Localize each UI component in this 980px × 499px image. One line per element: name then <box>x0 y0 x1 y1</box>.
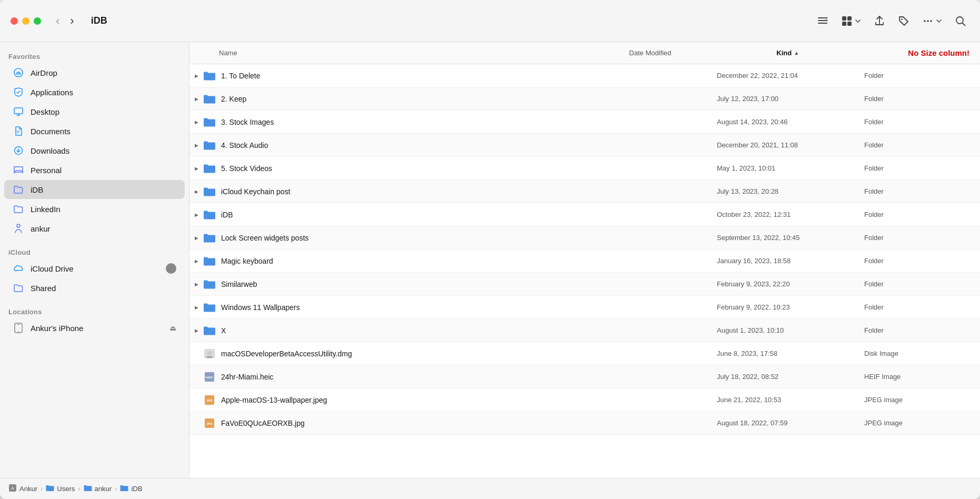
file-date: December 22, 2022, 21:04 <box>717 72 864 79</box>
expand-arrow-icon[interactable]: ► <box>189 258 202 264</box>
expand-arrow-icon[interactable]: ► <box>189 119 202 125</box>
list-view-button[interactable] <box>814 12 832 30</box>
tag-button[interactable] <box>895 12 913 30</box>
table-row[interactable]: ►SimilarwebFebruary 9, 2023, 22:20Folder <box>189 273 980 296</box>
folder-blue-icon <box>46 484 54 493</box>
sidebar-item-idb[interactable]: iDB <box>4 180 185 199</box>
list-icon <box>817 15 828 27</box>
svg-rect-25 <box>207 351 212 355</box>
person-icon: A <box>8 484 17 494</box>
table-row[interactable]: ►Windows 11 WallpapersFebruary 9, 2022, … <box>189 296 980 319</box>
table-row[interactable]: ►4. Stock AudioDecember 20, 2021, 11:08F… <box>189 134 980 157</box>
titlebar: ‹ › iDB <box>0 0 980 42</box>
table-row[interactable]: ►Magic keyboardJanuary 16, 2023, 18:58Fo… <box>189 249 980 273</box>
file-kind: Folder <box>864 141 969 149</box>
svg-point-10 <box>930 20 932 22</box>
table-row[interactable]: ►2. KeepJuly 12, 2023, 17:00Folder <box>189 87 980 111</box>
folder-icon <box>202 138 217 153</box>
folder-icon <box>202 254 217 268</box>
personal-icon <box>13 164 24 176</box>
more-actions-button[interactable] <box>919 12 945 30</box>
file-date: August 1, 2023, 10:10 <box>717 326 864 334</box>
sidebar-item-linkedin[interactable]: LinkedIn <box>4 199 185 218</box>
breadcrumb: AAnkur›Users›ankur›iDB <box>8 484 142 494</box>
file-kind: JPEG image <box>864 396 969 404</box>
table-row[interactable]: HEIC24hr-Miami.heicJuly 18, 2022, 08:52H… <box>189 365 980 388</box>
expand-arrow-icon[interactable]: ► <box>189 73 202 79</box>
share-icon <box>874 15 885 27</box>
expand-arrow-icon[interactable]: ► <box>189 281 202 287</box>
breadcrumb-separator: › <box>41 485 43 493</box>
file-date: May 1, 2023, 10:01 <box>717 164 864 172</box>
table-row[interactable]: ►XAugust 1, 2023, 10:10Folder <box>189 319 980 342</box>
jpeg-icon: JPG <box>202 416 217 431</box>
sidebar-item-personal[interactable]: Personal <box>4 161 185 179</box>
maximize-button[interactable] <box>34 17 41 25</box>
sidebar-item-icloud-drive[interactable]: iCloud Drive <box>4 259 185 278</box>
expand-arrow-icon[interactable]: ► <box>189 304 202 311</box>
file-date: June 8, 2023, 17:58 <box>717 350 864 357</box>
file-content: Name Date Modified Kind ▲ No Size column… <box>189 42 980 478</box>
table-row[interactable]: ►iDBOctober 23, 2022, 12:31Folder <box>189 203 980 226</box>
expand-arrow-icon[interactable]: ► <box>189 327 202 334</box>
dmg-icon: DMG <box>202 346 217 361</box>
folder-icon <box>202 92 217 106</box>
table-row[interactable]: ►3. Stock ImagesAugust 14, 2023, 20:46Fo… <box>189 111 980 134</box>
sidebar-item-documents[interactable]: Documents <box>4 122 185 141</box>
sidebar-item-airdrop[interactable]: AirDrop <box>4 63 185 82</box>
no-size-notice: No Size column! <box>908 48 980 57</box>
desktop-label: Desktop <box>31 107 176 116</box>
file-name: Similarweb <box>221 280 717 288</box>
grid-view-button[interactable] <box>838 12 864 30</box>
expand-arrow-icon[interactable]: ► <box>189 235 202 241</box>
applications-icon <box>13 86 24 98</box>
linkedin-label: LinkedIn <box>31 205 176 214</box>
breadcrumb-item[interactable]: iDB <box>120 484 142 493</box>
col-name-header[interactable]: Name <box>189 49 629 57</box>
folder-blue-icon <box>120 484 128 493</box>
col-kind-header[interactable]: Kind ▲ <box>776 49 908 57</box>
table-row[interactable]: ►iCloud Keychain postJuly 13, 2023, 20:2… <box>189 180 980 203</box>
sidebar-item-downloads[interactable]: Downloads <box>4 141 185 160</box>
expand-arrow-icon[interactable]: ► <box>189 96 202 102</box>
file-kind: Folder <box>864 280 969 288</box>
folder-icon <box>202 323 217 338</box>
sidebar-item-applications[interactable]: Applications <box>4 83 185 102</box>
table-row[interactable]: ►Lock Screen widgets postsSeptember 13, … <box>189 226 980 249</box>
sidebar-item-iphone[interactable]: Ankur's iPhone ⏏ <box>4 318 185 337</box>
file-kind: Folder <box>864 95 969 103</box>
svg-rect-1 <box>818 20 827 21</box>
sidebar-item-shared[interactable]: Shared <box>4 278 185 297</box>
breadcrumb-item[interactable]: Users <box>46 484 75 493</box>
sidebar-item-ankur[interactable]: ankur <box>4 219 185 238</box>
file-name: FaVoE0QUcAEORXB.jpg <box>221 419 717 427</box>
table-row[interactable]: ►1. To DeleteDecember 22, 2022, 21:04Fol… <box>189 64 980 87</box>
share-button[interactable] <box>871 12 888 30</box>
forward-button[interactable]: › <box>66 12 78 30</box>
file-kind: Folder <box>864 211 969 218</box>
expand-arrow-icon[interactable]: ► <box>189 165 202 172</box>
folder-icon <box>202 68 217 83</box>
eject-icon[interactable]: ⏏ <box>169 324 176 332</box>
col-date-header[interactable]: Date Modified <box>629 49 776 57</box>
breadcrumb-label: iDB <box>131 485 142 493</box>
minimize-button[interactable] <box>22 17 29 25</box>
table-row[interactable]: JPGFaVoE0QUcAEORXB.jpgAugust 18, 2022, 0… <box>189 412 980 435</box>
expand-arrow-icon[interactable]: ► <box>189 212 202 218</box>
ankur-icon <box>13 223 24 234</box>
table-row[interactable]: ►5. Stock VideosMay 1, 2023, 10:01Folder <box>189 157 980 180</box>
table-row[interactable]: JPGApple-macOS-13-wallpaper.jpegJune 21,… <box>189 388 980 412</box>
expand-arrow-icon[interactable]: ► <box>189 188 202 195</box>
file-name: 1. To Delete <box>221 72 717 80</box>
close-button[interactable] <box>11 17 18 25</box>
breadcrumb-item[interactable]: ankur <box>84 484 112 493</box>
search-button[interactable] <box>952 12 969 30</box>
expand-arrow-icon[interactable]: ► <box>189 142 202 148</box>
back-button[interactable]: ‹ <box>52 12 64 30</box>
table-row[interactable]: DMGmacOSDeveloperBetaAccessUtility.dmgJu… <box>189 342 980 365</box>
airdrop-label: AirDrop <box>31 68 176 77</box>
breadcrumb-item[interactable]: AAnkur <box>8 484 37 494</box>
sidebar-item-desktop[interactable]: Desktop <box>4 102 185 121</box>
shared-icon <box>13 282 24 294</box>
icloud-header: iCloud <box>0 244 189 258</box>
